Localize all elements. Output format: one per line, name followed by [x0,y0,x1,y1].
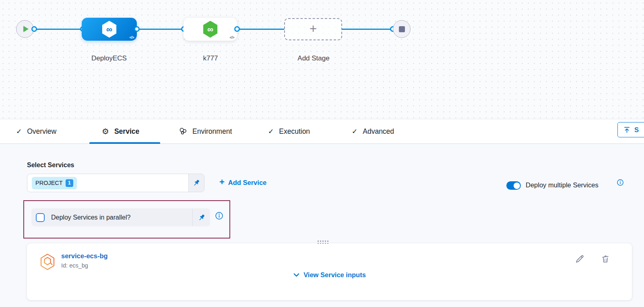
pipeline-end-node [393,20,411,38]
pipeline-canvas[interactable]: ∞ </> ∞ </> + DeployECS k777 Add Stage [0,0,644,119]
code-icon: </> [229,35,234,39]
stage-tabbar: ✓ Overview ⚙ Service Environment ✓ Execu… [0,119,644,144]
deploy-multiple-services-toggle[interactable] [506,181,521,190]
select-services-label: Select Services [27,162,74,169]
check-icon: ✓ [16,127,22,136]
tab-label: Overview [27,127,56,136]
connector-line [342,29,393,30]
save-button[interactable]: S [617,122,644,137]
tab-label: Service [114,127,139,136]
connector-line [237,29,285,30]
project-scope-chip[interactable]: PROJECT 1 [32,177,77,189]
view-inputs-label: View Service inputs [303,271,366,279]
deploy-parallel-checkbox[interactable] [36,213,45,222]
edit-service-button[interactable] [575,254,585,266]
info-icon[interactable] [215,212,223,222]
add-stage-button[interactable]: + [284,18,342,40]
tab-label: Execution [279,127,310,136]
environment-icon [179,127,187,135]
stage-card-k777[interactable]: ∞ </> [184,18,237,41]
save-button-label: S [634,126,639,134]
plus-icon: + [219,178,225,187]
pin-button[interactable] [188,174,204,192]
harness-logo-icon: ∞ [101,21,118,38]
connector-port[interactable] [31,26,37,32]
tab-service[interactable]: ⚙ Service [102,119,139,143]
info-icon[interactable] [617,179,624,188]
view-service-inputs-button[interactable]: View Service inputs [27,271,632,279]
chip-count-badge: 1 [66,179,73,187]
tab-environment[interactable]: Environment [179,119,232,143]
pin-icon [198,214,206,222]
add-stage-label: Add Stage [281,54,346,62]
connector-line [33,29,83,30]
service-card: service-ecs-bg Id: ecs_bg [27,243,632,300]
project-chip-label: PROJECT [35,180,63,186]
tab-label: Environment [192,127,232,136]
code-icon: </> [129,35,134,39]
harness-logo-icon: ∞ [202,21,219,38]
drag-handle[interactable] [318,241,328,244]
service-name-link[interactable]: service-ecs-bg [61,252,108,260]
add-service-button[interactable]: + Add Service [219,178,266,187]
service-hexagon-icon [39,253,56,270]
connector-port[interactable] [234,26,240,32]
tab-label: Advanced [363,127,394,136]
tab-execution[interactable]: ✓ Execution [268,119,310,143]
delete-service-button[interactable] [601,254,610,266]
play-icon [23,26,29,32]
service-id-text: Id: ecs_bg [61,262,88,269]
connector-port[interactable] [134,26,140,32]
service-tab-panel: Select Services PROJECT 1 + Add Service [0,144,644,307]
pin-button[interactable] [193,209,210,226]
stage-label-k777: k777 [178,54,243,62]
toggle-knob [514,183,520,189]
pin-icon [192,179,200,187]
add-service-label: Add Service [228,179,266,187]
check-icon: ✓ [268,127,274,136]
gear-icon: ⚙ [102,127,109,135]
tab-overview[interactable]: ✓ Overview [16,119,56,143]
plus-icon: + [310,23,317,35]
stop-icon [399,26,405,32]
services-input[interactable]: PROJECT 1 [27,174,204,192]
tab-advanced[interactable]: ✓ Advanced [352,119,394,143]
check-icon: ✓ [352,127,357,136]
pencil-icon [575,254,585,264]
trash-icon [601,254,610,264]
chevron-down-icon [293,272,300,278]
stage-card-deployecs[interactable]: ∞ </> [82,18,137,41]
pipeline-stage-config-page: ∞ </> ∞ </> + DeployECS k777 Add Stage ✓… [0,0,644,307]
upload-icon [623,126,631,134]
deploy-multiple-services-label: Deploy multiple Services [526,181,599,189]
deploy-parallel-label: Deploy Services in parallel? [51,214,130,221]
deploy-parallel-field: Deploy Services in parallel? [31,208,210,226]
connector-line [137,29,184,30]
stage-label-deployecs: DeployECS [77,54,141,62]
